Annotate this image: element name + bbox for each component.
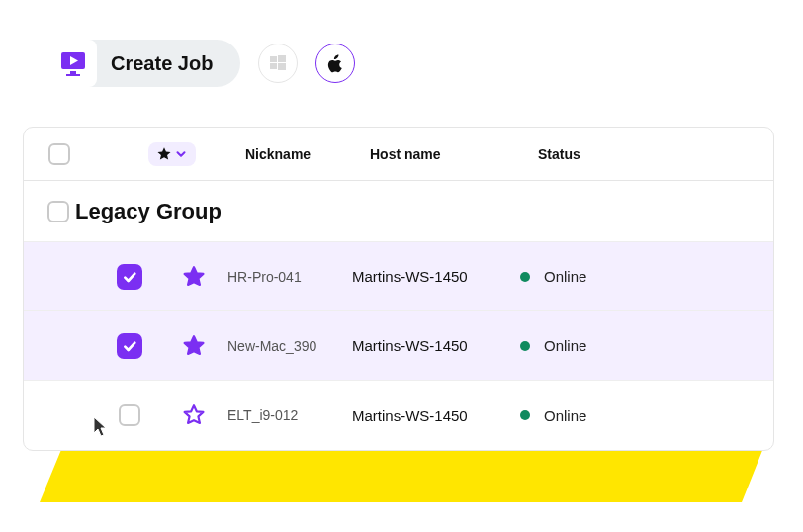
row-checkbox[interactable]: [119, 404, 140, 426]
status-text: Online: [544, 268, 586, 285]
table-header: Nickname Host name Status: [24, 128, 773, 181]
star-icon: [156, 146, 172, 162]
favorite-star-icon[interactable]: [181, 264, 207, 290]
cell-hostname: Martins-WS-1450: [352, 337, 520, 354]
cell-status: Online: [520, 268, 773, 285]
cell-nickname: New-Mac_390: [223, 338, 352, 354]
status-text: Online: [544, 407, 586, 424]
cell-hostname: Martins-WS-1450: [352, 407, 520, 424]
row-checkbox[interactable]: [117, 264, 142, 290]
monitor-play-icon: [58, 48, 88, 78]
windows-icon: [269, 54, 287, 72]
table-row[interactable]: HR-Pro-041Martins-WS-1450Online: [24, 242, 773, 311]
svg-rect-4: [278, 55, 286, 62]
create-job-button[interactable]: Create Job: [49, 40, 240, 87]
status-text: Online: [544, 337, 586, 354]
select-all-checkbox[interactable]: [48, 143, 70, 165]
create-job-label: Create Job: [111, 52, 213, 75]
header-status[interactable]: Status: [538, 146, 773, 162]
status-dot-icon: [520, 341, 530, 351]
favorite-star-icon[interactable]: [181, 402, 207, 428]
favorite-filter[interactable]: [148, 142, 196, 166]
svg-rect-3: [270, 56, 277, 62]
check-icon: [122, 269, 137, 285]
table-row[interactable]: ELT_i9-012Martins-WS-1450Online: [24, 381, 773, 450]
cell-nickname: ELT_i9-012: [223, 407, 352, 423]
toolbar: Create Job: [49, 40, 355, 87]
cell-nickname: HR-Pro-041: [223, 269, 352, 285]
cell-status: Online: [520, 337, 773, 354]
row-checkbox[interactable]: [117, 333, 142, 359]
header-nickname[interactable]: Nickname: [241, 146, 370, 162]
svg-rect-2: [66, 74, 80, 76]
svg-rect-5: [270, 63, 277, 69]
svg-rect-6: [278, 63, 286, 70]
apple-filter-button[interactable]: [315, 44, 355, 83]
table-row[interactable]: New-Mac_390Martins-WS-1450Online: [24, 311, 773, 381]
apple-icon: [327, 54, 343, 73]
status-dot-icon: [520, 410, 530, 420]
favorite-star-icon[interactable]: [181, 333, 207, 359]
chevron-down-icon: [174, 147, 188, 161]
group-row[interactable]: Legacy Group: [24, 181, 773, 242]
windows-filter-button[interactable]: [258, 44, 298, 83]
create-job-icon-box: [49, 40, 97, 87]
group-name: Legacy Group: [75, 199, 222, 224]
device-table: Nickname Host name Status Legacy Group H…: [23, 127, 774, 451]
group-checkbox[interactable]: [47, 201, 69, 222]
check-icon: [122, 338, 137, 354]
cell-status: Online: [520, 407, 773, 424]
header-hostname[interactable]: Host name: [370, 146, 538, 162]
cell-hostname: Martins-WS-1450: [352, 268, 520, 285]
status-dot-icon: [520, 272, 530, 282]
svg-rect-1: [70, 71, 76, 74]
